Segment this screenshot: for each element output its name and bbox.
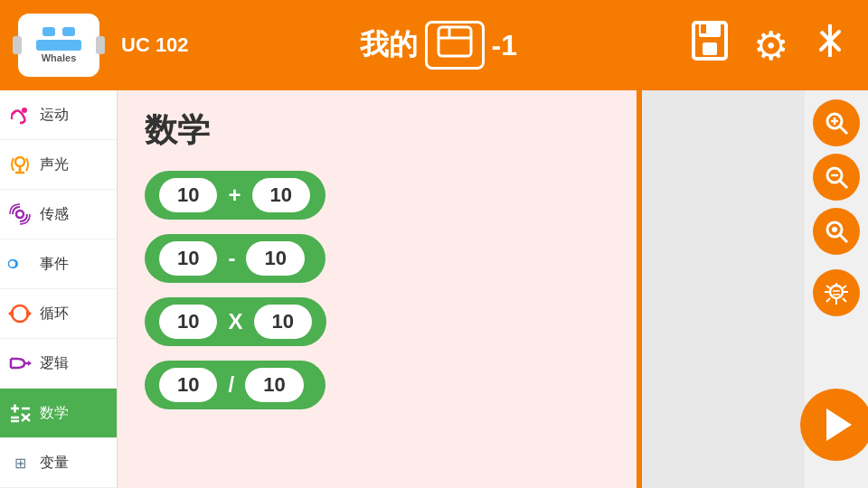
svg-point-41 [830,286,843,298]
mul-num1[interactable]: 10 [159,305,217,339]
event-icon [7,251,33,277]
svg-marker-17 [26,309,32,318]
right-toolbar [805,90,868,488]
svg-line-48 [843,286,846,288]
header-icons: ⚙ [688,19,850,71]
robot-eyes [42,27,75,36]
math-block-mul[interactable]: 10 X 10 [145,297,615,346]
robot-eye-right [62,27,75,36]
svg-marker-23 [28,361,32,366]
add-block[interactable]: 10 + 10 [145,171,326,220]
robot-ear-left [13,36,22,54]
mul-num2[interactable]: 10 [254,305,312,339]
sub-num1[interactable]: 10 [159,241,217,276]
sidebar-label-event: 事件 [40,255,69,274]
sidebar-item-variable[interactable]: ⊞ 变量 [0,438,117,488]
mul-op: X [228,309,242,334]
div-num1[interactable]: 10 [159,368,217,402]
content-area: 数学 10 + 10 10 - 10 10 X 10 10 [118,90,642,488]
logic-icon [7,351,33,376]
sidebar-label-motion: 运动 [40,106,69,125]
svg-point-14 [16,211,24,218]
robot-logo: Whales [18,14,99,77]
svg-line-34 [840,127,847,134]
sidebar-item-sensor[interactable]: 传感 [0,190,117,239]
svg-point-16 [9,261,15,267]
svg-line-40 [840,235,847,242]
project-suffix: -1 [492,29,517,62]
math-block-sub[interactable]: 10 - 10 [145,234,615,283]
sidebar-label-math: 数学 [40,404,69,423]
add-num2[interactable]: 10 [252,178,310,212]
mul-block[interactable]: 10 X 10 [145,297,326,346]
svg-line-47 [826,286,830,288]
div-block[interactable]: 10 / 10 [145,361,326,409]
svg-line-37 [840,181,847,188]
zoom-in-button[interactable] [813,99,860,146]
div-op: / [228,372,234,398]
content-divider [637,90,642,488]
sidebar: 运动 声光 [0,90,118,488]
svg-rect-0 [439,27,471,56]
robot-ear-right [96,36,105,54]
sensor-icon [7,202,33,227]
sub-block[interactable]: 10 - 10 [145,234,326,283]
svg-line-44 [843,298,846,302]
settings-icon[interactable]: ⚙ [753,23,788,69]
math-block-div[interactable]: 10 / 10 [145,361,615,409]
div-num2[interactable]: 10 [245,368,303,402]
robot-eye-left [42,27,55,36]
sidebar-item-sound[interactable]: 声光 [0,140,117,190]
svg-point-11 [15,157,24,166]
project-label: 我的 [360,25,418,65]
sub-num2[interactable]: 10 [246,241,304,276]
canvas-area[interactable] [642,90,805,488]
save-icon[interactable] [688,19,731,71]
sidebar-item-logic[interactable]: 逻辑 [0,339,117,389]
sidebar-label-variable: 变量 [40,454,69,473]
debug-button[interactable] [813,269,860,316]
loop-icon [7,301,33,326]
svg-point-39 [832,227,837,232]
svg-rect-6 [701,24,706,33]
sidebar-item-motion[interactable]: 运动 [0,90,117,140]
sidebar-item-math[interactable]: 数学 [0,389,117,438]
sidebar-label-sound: 声光 [40,155,69,174]
project-title: 我的 -1 [203,21,674,70]
play-icon [826,408,852,441]
sub-op: - [228,246,235,271]
header: Whales UC 102 我的 -1 ⚙ [0,0,868,90]
content-title: 数学 [145,108,615,153]
zoom-out-button[interactable] [813,154,860,201]
sound-icon [7,152,33,177]
math-icon [7,400,33,426]
sidebar-item-loop[interactable]: 循环 [0,289,117,339]
motion-icon [7,102,33,127]
play-button[interactable] [800,389,868,461]
svg-line-43 [826,298,830,302]
svg-marker-18 [8,309,14,318]
math-block-add[interactable]: 10 + 10 [145,171,615,220]
robot-mouth [36,40,81,51]
main-area: 运动 声光 [0,90,868,488]
svg-rect-5 [703,42,717,55]
zoom-reset-button[interactable] [813,208,860,255]
add-num1[interactable]: 10 [159,178,217,212]
uc-label: UC 102 [121,33,189,57]
whales-label: Whales [42,52,77,63]
project-box[interactable] [425,21,485,70]
sidebar-item-event[interactable]: 事件 [0,239,117,289]
add-op: + [228,183,241,208]
bluetooth-icon[interactable] [810,21,850,70]
sidebar-label-loop: 循环 [40,305,69,324]
variable-icon: ⊞ [7,450,33,475]
sidebar-label-logic: 逻辑 [40,354,69,373]
svg-point-8 [22,108,27,113]
sidebar-label-sensor: 传感 [40,205,69,224]
